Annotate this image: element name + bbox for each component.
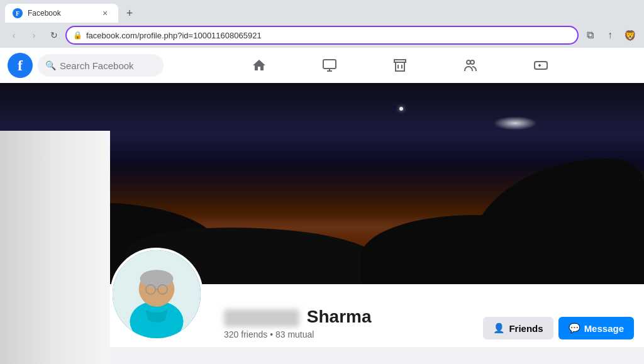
facebook-logo[interactable]: f (8, 53, 33, 78)
forward-button[interactable]: › (25, 26, 43, 44)
moon-shape (399, 107, 403, 111)
nav-home-icon[interactable] (224, 50, 294, 80)
friends-icon: 👤 (493, 323, 505, 334)
reload-button[interactable]: ↻ (45, 26, 63, 44)
new-tab-button[interactable]: + (121, 4, 138, 22)
facebook-logo-letter: f (18, 57, 23, 74)
search-icon: 🔍 (45, 60, 56, 70)
share-icon[interactable]: ↑ (601, 26, 619, 44)
message-icon: 💬 (569, 323, 580, 334)
profile-friends-count: 320 friends • 83 mutual (224, 329, 483, 339)
address-bar[interactable]: 🔒 (65, 26, 579, 45)
nav-center-icons (164, 50, 636, 80)
browser-toolbar: ‹ › ↻ 🔒 ⧉ ↑ 🦁 (0, 23, 644, 48)
profile-avatar (110, 248, 203, 341)
back-button[interactable]: ‹ (5, 26, 23, 44)
profile-actions: 👤 Friends 💬 Message (483, 317, 634, 347)
left-sidebar (0, 131, 110, 364)
tab-close-button[interactable]: × (99, 8, 111, 19)
profile-name-section: Sharma 320 friends • 83 mutual (224, 307, 483, 347)
profile-first-name-blurred (224, 309, 299, 327)
avatar-svg (113, 250, 201, 338)
browser-window: F Facebook × + ‹ › ↻ 🔒 ⧉ ↑ 🦁 f 🔍 (0, 0, 644, 347)
active-tab[interactable]: F Facebook × (5, 4, 118, 23)
profile-last-name: Sharma (307, 307, 372, 326)
avatar-image (113, 250, 201, 338)
nav-watch-icon[interactable] (294, 50, 365, 80)
nav-gaming-icon[interactable] (506, 50, 576, 80)
nav-groups-icon[interactable] (435, 50, 506, 80)
profile-page: Sharma 320 friends • 83 mutual 👤 Friends… (0, 83, 644, 347)
tab-favicon-letter: F (16, 10, 19, 17)
hill-right (468, 158, 644, 284)
friends-button[interactable]: 👤 Friends (483, 317, 553, 339)
address-input[interactable] (86, 31, 571, 40)
message-button[interactable]: 💬 Message (558, 317, 634, 339)
tab-favicon: F (13, 8, 23, 18)
friends-button-label: Friends (509, 323, 543, 334)
nav-marketplace-icon[interactable] (365, 50, 435, 80)
message-button-label: Message (584, 323, 624, 334)
brave-shields-icon[interactable]: 🦁 (621, 26, 639, 44)
svg-point-2 (470, 60, 474, 64)
search-input[interactable] (60, 60, 154, 71)
profile-full-name: Sharma (224, 307, 483, 327)
lock-icon: 🔒 (73, 31, 82, 40)
tab-bar: F Facebook × + (0, 0, 644, 23)
tab-title: Facebook (28, 9, 94, 18)
search-box[interactable]: 🔍 (38, 54, 164, 77)
svg-rect-0 (323, 60, 336, 69)
svg-point-7 (140, 270, 174, 287)
facebook-navbar: f 🔍 (0, 48, 644, 83)
toolbar-right-icons: ⧉ ↑ 🦁 (581, 26, 639, 44)
tab-manager-icon[interactable]: ⧉ (581, 26, 599, 44)
